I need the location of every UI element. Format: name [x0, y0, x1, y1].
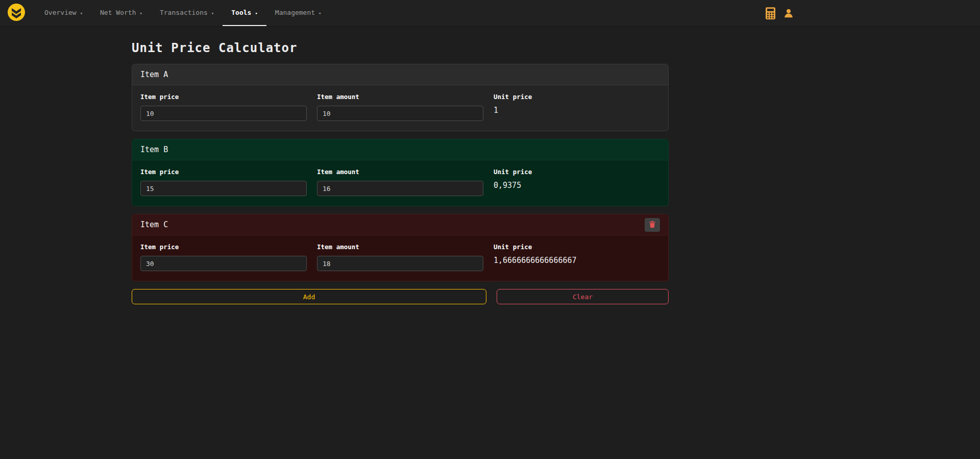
item-amount-input[interactable] [317, 181, 483, 196]
user-icon[interactable] [783, 8, 794, 19]
unit-price-value: 1 [494, 106, 660, 115]
item-amount-input[interactable] [317, 256, 483, 271]
calculator-icon[interactable] [766, 7, 775, 19]
item-price-field: Item price [140, 93, 307, 121]
unit-price-value: 1,6666666666666667 [494, 256, 660, 265]
page-title: Unit Price Calculator [132, 41, 669, 55]
nav-item-net-worth[interactable]: Net Worth ▾ [91, 0, 151, 26]
item-card-c: Item C Item price Item amount [132, 214, 669, 281]
nav-item-label: Overview [44, 9, 77, 16]
item-card-a: Item A Item price Item amount Unit price… [132, 64, 669, 131]
item-card-b: Item B Item price Item amount Unit price… [132, 139, 669, 206]
logo-icon [7, 3, 26, 23]
navbar-right-icons [766, 0, 794, 27]
nav-item-transactions[interactable]: Transactions ▾ [151, 0, 223, 26]
chevron-down-icon: ▾ [255, 11, 257, 16]
clear-button[interactable]: Clear [497, 289, 669, 304]
nav-item-label: Management [275, 9, 315, 16]
unit-price-field: Unit price 0,9375 [494, 168, 660, 196]
unit-price-field: Unit price 1 [494, 93, 660, 121]
actions-row: Add Clear [132, 289, 669, 304]
item-price-label: Item price [140, 168, 307, 176]
chevron-down-icon: ▾ [140, 11, 142, 16]
main-content: Unit Price Calculator Item A Item price … [132, 27, 669, 304]
item-price-input[interactable] [140, 181, 307, 196]
item-amount-label: Item amount [317, 93, 483, 101]
brand-logo[interactable] [4, 0, 29, 26]
nav-item-label: Transactions [160, 9, 208, 16]
item-price-field: Item price [140, 168, 307, 196]
card-title: Item A [140, 70, 660, 79]
item-price-input[interactable] [140, 256, 307, 271]
unit-price-value: 0,9375 [494, 181, 660, 190]
nav-item-overview[interactable]: Overview ▾ [36, 0, 91, 26]
card-body: Item price Item amount Unit price 1 [132, 85, 668, 131]
card-header: Item A [132, 64, 668, 85]
chevron-down-icon: ▾ [80, 11, 83, 16]
item-price-field: Item price [140, 243, 307, 271]
chevron-down-icon: ▾ [318, 11, 321, 16]
card-header: Item C [132, 214, 668, 235]
add-button[interactable]: Add [132, 289, 486, 304]
nav-links: Overview ▾ Net Worth ▾ Transactions ▾ To… [36, 0, 330, 26]
delete-item-button[interactable] [645, 218, 660, 232]
card-title: Item B [140, 145, 660, 154]
item-amount-label: Item amount [317, 243, 483, 251]
card-header: Item B [132, 139, 668, 160]
nav-item-label: Net Worth [100, 9, 136, 16]
item-amount-input[interactable] [317, 106, 483, 121]
unit-price-label: Unit price [494, 243, 660, 251]
top-navbar: Overview ▾ Net Worth ▾ Transactions ▾ To… [0, 0, 980, 27]
nav-item-tools[interactable]: Tools ▾ [223, 0, 266, 26]
item-amount-field: Item amount [317, 243, 483, 271]
card-body: Item price Item amount Unit price 1,6666… [132, 235, 668, 281]
unit-price-label: Unit price [494, 93, 660, 101]
item-amount-field: Item amount [317, 93, 483, 121]
unit-price-field: Unit price 1,6666666666666667 [494, 243, 660, 271]
item-price-input[interactable] [140, 106, 307, 121]
nav-item-label: Tools [231, 9, 251, 16]
item-price-label: Item price [140, 93, 307, 101]
card-body: Item price Item amount Unit price 0,9375 [132, 160, 668, 206]
chevron-down-icon: ▾ [211, 11, 214, 16]
nav-item-management[interactable]: Management ▾ [266, 0, 330, 26]
item-price-label: Item price [140, 243, 307, 251]
unit-price-label: Unit price [494, 168, 660, 176]
card-title: Item C [140, 220, 645, 229]
item-amount-field: Item amount [317, 168, 483, 196]
item-amount-label: Item amount [317, 168, 483, 176]
trash-icon [649, 221, 655, 229]
